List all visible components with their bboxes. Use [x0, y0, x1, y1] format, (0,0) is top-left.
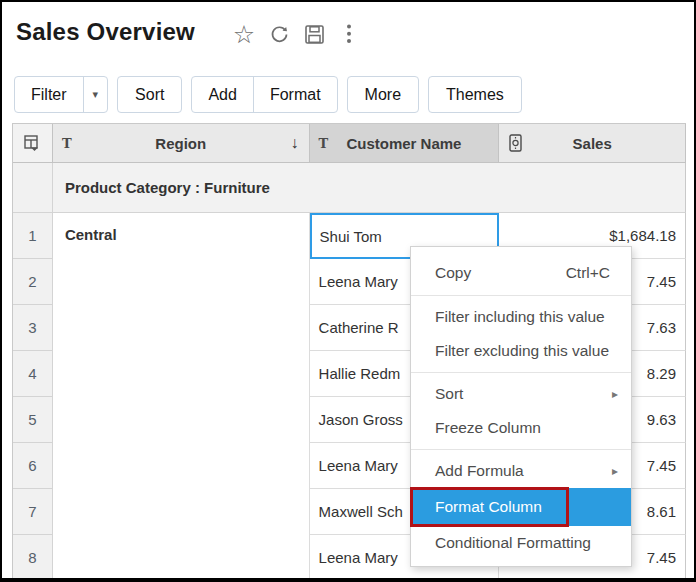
column-label: Customer Name	[346, 135, 461, 152]
menu-separator	[411, 449, 631, 450]
menu-item-add-formula[interactable]: Add Formula ▸	[411, 454, 631, 488]
submenu-arrow-icon: ▸	[612, 387, 618, 401]
row-number[interactable]: 6	[13, 443, 53, 489]
menu-separator	[411, 295, 631, 296]
group-row-number-cell	[13, 163, 53, 213]
menu-item-format-column[interactable]: Format Column	[411, 488, 631, 526]
row-number-column: 1 2 3 4 5 6 7 8	[13, 213, 53, 581]
menu-separator	[411, 372, 631, 373]
row-number[interactable]: 7	[13, 489, 53, 535]
row-number[interactable]: 2	[13, 259, 53, 305]
table-header-row: T Region ↓ T Customer Name Sales	[12, 123, 686, 163]
menu-item-conditional-formatting[interactable]: Conditional Formatting	[411, 526, 631, 560]
group-header-cell[interactable]: Product Category : Furniture	[53, 163, 686, 213]
shortcut-label: Ctrl+C	[566, 264, 610, 282]
page-title: Sales Overview	[16, 18, 195, 46]
add-format-button-group: Add Format	[191, 76, 337, 113]
currency-type-icon	[509, 134, 522, 152]
row-number[interactable]: 5	[13, 397, 53, 443]
sort-button[interactable]: Sort	[117, 76, 182, 113]
column-header-sales[interactable]: Sales	[499, 124, 686, 163]
column-label: Region	[155, 135, 206, 152]
save-icon[interactable]	[302, 22, 326, 46]
menu-item-filter-excluding[interactable]: Filter excluding this value	[411, 334, 631, 368]
toolbar: Filter ▾ Sort Add Format More Themes	[14, 76, 522, 113]
table-columns-icon	[24, 135, 41, 152]
text-type-icon: T	[62, 136, 72, 151]
region-merged-cell[interactable]: Central	[53, 213, 309, 581]
menu-item-copy[interactable]: Copy Ctrl+C	[411, 254, 631, 291]
column-label: Sales	[573, 135, 612, 152]
select-all-corner-button[interactable]	[13, 124, 53, 163]
group-header-row: Product Category : Furniture	[12, 163, 686, 213]
row-number[interactable]: 8	[13, 535, 53, 581]
text-type-icon: T	[319, 136, 329, 151]
more-button[interactable]: More	[347, 76, 419, 113]
sort-descending-icon: ↓	[291, 134, 299, 152]
filter-button[interactable]: Filter	[15, 77, 83, 112]
menu-item-sort[interactable]: Sort ▸	[411, 377, 631, 411]
add-button[interactable]: Add	[192, 77, 252, 112]
column-header-customer-name[interactable]: T Customer Name	[310, 124, 500, 163]
themes-button[interactable]: Themes	[428, 76, 522, 113]
format-button[interactable]: Format	[253, 77, 337, 112]
menu-item-filter-including[interactable]: Filter including this value	[411, 300, 631, 334]
refresh-icon[interactable]	[267, 22, 291, 46]
kebab-menu-icon[interactable]	[337, 22, 361, 46]
title-action-icons: ☆	[232, 22, 361, 46]
filter-dropdown-button[interactable]: ▾	[83, 77, 108, 112]
menu-item-freeze-column[interactable]: Freeze Column	[411, 411, 631, 445]
region-column: Central	[53, 213, 310, 581]
row-number[interactable]: 1	[13, 213, 53, 259]
context-menu: Copy Ctrl+C Filter including this value …	[410, 246, 632, 567]
column-header-region[interactable]: T Region ↓	[53, 124, 310, 163]
row-number[interactable]: 3	[13, 305, 53, 351]
filter-split-button: Filter ▾	[14, 76, 108, 113]
star-icon[interactable]: ☆	[232, 22, 256, 46]
submenu-arrow-icon: ▸	[612, 464, 618, 478]
report-window: Sales Overview ☆	[0, 0, 696, 582]
row-number[interactable]: 4	[13, 351, 53, 397]
chevron-down-icon: ▾	[93, 88, 99, 101]
